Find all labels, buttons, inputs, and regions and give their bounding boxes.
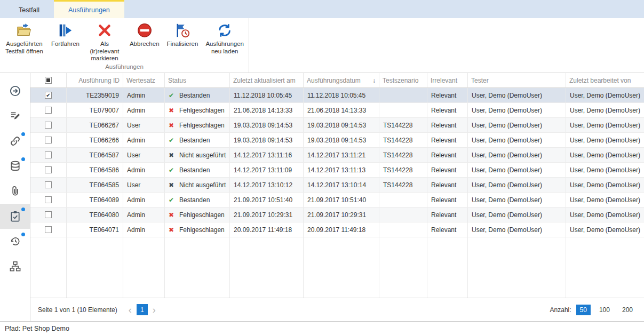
row-select-cell xyxy=(30,88,67,102)
status-cell: ✔Bestanden xyxy=(165,88,230,102)
tab-label: Ausführungen xyxy=(68,6,110,14)
irrelevant-cell: Relevant xyxy=(427,193,468,207)
status-cell: ✔Bestanden xyxy=(165,133,230,147)
column-header-edited-by[interactable]: Zuletzt bearbeitet von xyxy=(566,73,644,88)
edited-by-cell: User, Demo (DemoUser) xyxy=(566,148,644,162)
page-size-200-button[interactable]: 200 xyxy=(618,305,637,315)
row-select-cell xyxy=(30,118,67,132)
open-executed-testcase-button[interactable]: Ausgeführten Testfall öffnen xyxy=(2,21,47,57)
page-number-button[interactable]: 1 xyxy=(137,304,148,315)
page-size-50-button[interactable]: 50 xyxy=(576,305,591,315)
finalize-clock-icon xyxy=(174,22,190,38)
filler-cell xyxy=(468,237,566,298)
notification-dot xyxy=(21,157,25,161)
column-header-execution-id[interactable]: Ausführung ID xyxy=(67,73,123,88)
edited-by-cell: User, Demo (DemoUser) xyxy=(566,208,644,222)
edited-by-cell: User, Demo (DemoUser) xyxy=(566,163,644,177)
continue-button[interactable]: Fortfahren xyxy=(48,21,83,50)
button-label: Ausgeführten Testfall öffnen xyxy=(5,41,44,55)
hierarchy-icon xyxy=(9,260,21,273)
continue-icon xyxy=(57,22,73,38)
column-header-updated-at[interactable]: Zuletzt aktualisiert am xyxy=(230,73,304,88)
select-all-checkbox[interactable] xyxy=(45,77,52,84)
wertesatz-cell: Admin xyxy=(123,133,165,147)
sidebar-item-history[interactable] xyxy=(0,229,30,254)
edited-by-cell: User, Demo (DemoUser) xyxy=(566,222,644,237)
updated-at-cell: 14.12.2017 13:11:16 xyxy=(230,148,304,162)
filler-cell xyxy=(230,237,304,298)
column-header-execution-date[interactable]: Ausführungsdatum↓ xyxy=(304,73,379,88)
tab-ausfuehrungen[interactable]: Ausführungen xyxy=(54,0,124,18)
row-checkbox[interactable] xyxy=(45,181,52,188)
table-row[interactable]: TE079007Admin✖Fehlgeschlagen21.06.2018 1… xyxy=(30,103,644,118)
table-row[interactable]: TE066266Admin✔Bestanden19.03.2018 09:14:… xyxy=(30,133,644,148)
tester-cell: User, Demo (DemoUser) xyxy=(468,193,566,207)
row-checkbox[interactable] xyxy=(45,151,52,158)
table-row[interactable]: TE064587User✖Nicht ausgeführt14.12.2017 … xyxy=(30,148,644,163)
irrelevant-cell: Relevant xyxy=(427,103,468,117)
row-checkbox[interactable] xyxy=(45,211,52,218)
sidebar-item-links[interactable] xyxy=(0,129,30,154)
updated-at-cell: 14.12.2017 13:10:12 xyxy=(230,178,304,192)
updated-at-cell: 11.12.2018 10:05:45 xyxy=(230,88,304,102)
column-header-irrelevant[interactable]: Irrelevant xyxy=(427,73,468,88)
status-failed-icon: ✖ xyxy=(169,122,178,129)
status-cell: ✖Fehlgeschlagen xyxy=(165,118,230,132)
sidebar-item-goto[interactable] xyxy=(0,78,30,103)
sidebar-item-edit[interactable] xyxy=(0,103,30,129)
sidebar-item-data[interactable] xyxy=(0,154,30,179)
table-row[interactable]: TE064080Admin✖Fehlgeschlagen21.09.2017 1… xyxy=(30,208,644,222)
irrelevant-cell: Relevant xyxy=(427,148,468,162)
irrelevant-cell: Relevant xyxy=(427,133,468,147)
app-window: Testfall Ausführungen Ausgeführten Testf… xyxy=(0,0,644,335)
tester-cell: User, Demo (DemoUser) xyxy=(468,163,566,177)
row-checkbox[interactable] xyxy=(45,196,52,203)
wertesatz-cell: Admin xyxy=(123,88,165,102)
status-bar: Pfad: Pet Shop Demo xyxy=(0,321,644,335)
wertesatz-cell: Admin xyxy=(123,163,165,177)
table-row[interactable]: TE064071Admin✖Fehlgeschlagen20.09.2017 1… xyxy=(30,222,644,237)
sidebar-item-executions[interactable] xyxy=(0,204,30,229)
status-cell: ✖Nicht ausgeführt xyxy=(165,148,230,162)
next-page-button[interactable]: › xyxy=(149,305,160,315)
no-entry-icon xyxy=(137,22,153,38)
wertesatz-cell: Admin xyxy=(123,103,165,117)
tab-testfall[interactable]: Testfall xyxy=(4,0,54,18)
column-header-wertesatz[interactable]: Wertesatz xyxy=(123,73,165,88)
column-header-status[interactable]: Status xyxy=(165,73,230,88)
row-checkbox[interactable] xyxy=(45,122,52,129)
reload-executions-button[interactable]: Ausführungen neu laden xyxy=(202,21,247,57)
row-checkbox[interactable] xyxy=(45,92,52,99)
status-failed-icon: ✖ xyxy=(169,226,178,234)
row-checkbox[interactable] xyxy=(45,137,52,143)
prev-page-button[interactable]: ‹ xyxy=(125,305,136,315)
column-header-label: Ausführungsdatum xyxy=(307,77,361,84)
table-row[interactable]: TE064586Admin✔Bestanden14.12.2017 13:11:… xyxy=(30,163,644,178)
testszenario-cell: TS144228 xyxy=(379,163,427,177)
updated-at-cell: 21.09.2017 10:29:31 xyxy=(230,208,304,222)
column-header-label: Testszenario xyxy=(383,77,418,84)
sidebar-item-hierarchy[interactable] xyxy=(0,254,30,279)
table-row[interactable]: TE064089Admin✔Bestanden21.09.2017 10:51:… xyxy=(30,193,644,208)
row-checkbox[interactable] xyxy=(45,226,52,233)
page-size-100-button[interactable]: 100 xyxy=(595,305,614,315)
links-icon xyxy=(9,135,21,147)
table-row[interactable]: TE064585User✖Nicht ausgeführt14.12.2017 … xyxy=(30,178,644,193)
column-header-testszenario[interactable]: Testszenario xyxy=(379,73,427,88)
cancel-button[interactable]: Abbrechen xyxy=(126,21,163,50)
column-header-label: Wertesatz xyxy=(126,77,155,84)
table-row[interactable]: TE066267User✖Fehlgeschlagen19.03.2018 09… xyxy=(30,118,644,133)
tester-cell: User, Demo (DemoUser) xyxy=(468,222,566,237)
tab-label: Testfall xyxy=(19,6,39,14)
table-row[interactable]: TE2359019Admin✔Bestanden11.12.2018 10:05… xyxy=(30,88,644,103)
row-checkbox[interactable] xyxy=(45,107,52,114)
finalize-button[interactable]: Finalisieren xyxy=(164,21,202,50)
testszenario-cell xyxy=(379,103,427,117)
pagination-info: Seite 1 von 1 (10 Elemente) xyxy=(38,306,117,314)
column-header-tester[interactable]: Tester xyxy=(468,73,566,88)
mark-irrelevant-button[interactable]: Als (ir)relevant markieren xyxy=(84,21,125,64)
sidebar-item-attachments[interactable] xyxy=(0,179,30,204)
row-checkbox[interactable] xyxy=(45,166,52,173)
execution-id-cell: TE079007 xyxy=(67,103,123,117)
button-label: Als (ir)relevant markieren xyxy=(87,41,122,62)
